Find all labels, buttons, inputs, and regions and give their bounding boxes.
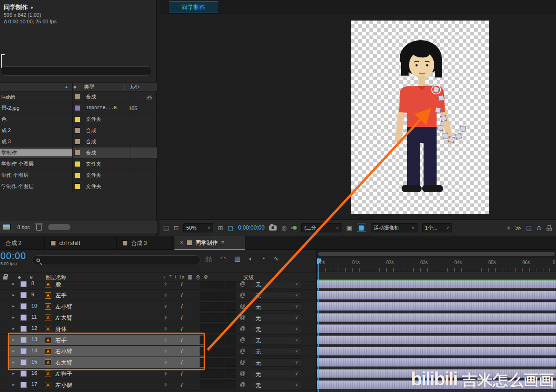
project-item-row[interactable]: 色 文件夹 (0, 114, 157, 125)
collapse-transform-icon[interactable]: ♀ (163, 348, 168, 355)
lock-icon[interactable] (3, 276, 7, 280)
label-column-icon[interactable]: ◆ (18, 275, 21, 280)
always-preview-icon[interactable]: ▤ (163, 225, 169, 231)
layer-name[interactable]: 左小腿 (56, 381, 72, 389)
auto-keyframe-icon[interactable]: ◔ (261, 255, 265, 262)
layer-name-column-header[interactable]: 图层名称 (46, 274, 66, 281)
layer-color-swatch[interactable] (21, 348, 27, 354)
parent-pickwhip-icon[interactable]: @ (240, 348, 245, 354)
layer-name[interactable]: 左大臂 (56, 314, 72, 322)
item-color-swatch[interactable] (74, 105, 80, 111)
project-item-row[interactable]: 景-2.jpg Importe...G 105 (0, 103, 157, 114)
parent-pickwhip-icon[interactable]: @ (240, 292, 245, 298)
layer-color-swatch[interactable] (21, 371, 27, 377)
expand-arrow-icon[interactable]: ► (12, 349, 15, 353)
shy-layers-icon[interactable]: ◠ (220, 255, 226, 262)
project-item-row[interactable]: l+shift 合成 品 (0, 91, 157, 103)
quality-switch-icon[interactable]: / (181, 303, 183, 310)
composition-canvas[interactable] (351, 21, 489, 214)
composition-viewer-tab[interactable]: 同学制作 (169, 1, 218, 13)
parent-dropdown[interactable]: 无∨ (252, 291, 301, 300)
collapse-transform-icon[interactable]: ♀ (163, 325, 168, 332)
layer-row[interactable]: ►11A左大臂♀/@无∨ (0, 312, 317, 323)
collapse-transform-icon[interactable]: ♀ (163, 303, 168, 310)
layer-row[interactable]: ►17A左小腿♀/@无∨ (0, 379, 317, 391)
quality-switch-icon[interactable]: / (181, 359, 183, 366)
layer-color-swatch[interactable] (21, 281, 27, 287)
project-columns-header[interactable]: ▲ ◆ 类型 | 大小 (0, 82, 157, 91)
layer-search-input[interactable] (32, 255, 201, 265)
parent-pickwhip-icon[interactable]: @ (240, 359, 245, 365)
mini-flowchart-icon[interactable]: 品 (205, 255, 212, 262)
quality-switch-icon[interactable]: / (181, 381, 183, 388)
parent-dropdown[interactable]: 无∨ (252, 358, 301, 367)
time-ruler[interactable]: 0s 01s 02s 03s 04s 05s 06s 0 (317, 258, 556, 272)
channel-color-icon[interactable] (291, 225, 297, 230)
fast-previews-icon[interactable]: ≫ (515, 225, 521, 231)
layer-switch-cells[interactable] (200, 291, 236, 300)
number-column-header[interactable]: # (30, 274, 33, 280)
layer-row-selected[interactable]: ►14A右小臂♀/@无∨ (0, 346, 317, 357)
layer-color-swatch[interactable] (21, 326, 27, 332)
parent-dropdown[interactable]: 无∨ (252, 336, 301, 344)
chevron-down-icon[interactable]: ▼ (30, 6, 34, 10)
layer-switch-cells[interactable] (200, 380, 236, 389)
graph-editor-icon[interactable]: ∿ (273, 255, 279, 262)
expand-arrow-icon[interactable]: ► (12, 383, 15, 387)
item-color-swatch[interactable] (74, 150, 80, 156)
parent-dropdown[interactable]: 无∨ (252, 370, 301, 378)
layer-name[interactable]: 左小臂 (56, 303, 72, 311)
expand-arrow-icon[interactable]: ► (12, 315, 15, 320)
layer-duration-bar[interactable] (317, 323, 556, 335)
project-item-row-selected[interactable]: 学制作 合成 (0, 147, 157, 159)
timeline-tab[interactable]: 合成 2 (0, 236, 45, 250)
close-icon[interactable]: × (180, 239, 183, 246)
project-item-row[interactable]: 学制作 个图层 文件夹 (0, 181, 157, 192)
project-item-row[interactable]: 成 2 合成 (0, 125, 157, 136)
item-color-swatch[interactable] (74, 183, 80, 189)
view-layout-dropdown[interactable]: 1个...∨ (422, 223, 452, 232)
project-item-row[interactable]: 成 3 合成 (0, 136, 157, 147)
layer-switch-cells[interactable] (200, 336, 236, 344)
grid-options-icon[interactable]: ⊞ (218, 225, 223, 231)
layer-row-selected[interactable]: ►13A右手♀/@无∨ (0, 335, 317, 346)
layer-switch-cells[interactable] (200, 324, 236, 333)
sort-ascending-icon[interactable]: ▲ (64, 84, 69, 89)
layer-duration-bar[interactable] (317, 357, 556, 368)
show-snapshot-icon[interactable]: ◎ (281, 225, 286, 231)
collapse-transform-icon[interactable]: ♀ (163, 359, 168, 366)
time-navigator[interactable] (317, 250, 556, 258)
parent-dropdown[interactable]: 无∨ (252, 381, 301, 389)
layer-color-swatch[interactable] (21, 303, 27, 309)
parent-column-header[interactable]: 父级 (243, 274, 254, 281)
quality-switch-icon[interactable]: / (181, 292, 183, 299)
layer-name[interactable]: 右小臂 (56, 348, 72, 356)
monitor-icon[interactable]: ⊡ (174, 225, 179, 231)
layer-duration-bar[interactable] (317, 301, 556, 312)
panel-menu-icon[interactable]: ≡ (221, 239, 224, 246)
reset-exposure-icon[interactable]: ⊙ (536, 225, 542, 231)
collapse-transform-icon[interactable]: ♀ (163, 370, 168, 377)
quality-switch-icon[interactable]: / (181, 314, 183, 321)
snapshot-camera-icon[interactable] (269, 225, 277, 231)
parent-dropdown[interactable]: 无∨ (252, 302, 301, 311)
layer-color-swatch[interactable] (21, 382, 27, 388)
layer-row-selected[interactable]: ►15A右大臂♀/@无∨ (0, 357, 317, 368)
region-of-interest-icon[interactable]: ▣ (346, 225, 352, 231)
item-color-swatch[interactable] (74, 172, 80, 178)
type-column-header[interactable]: 类型 (84, 84, 94, 91)
layer-name[interactable]: 身体 (56, 325, 67, 333)
parent-pickwhip-icon[interactable]: @ (240, 314, 245, 321)
item-color-swatch[interactable] (74, 94, 80, 100)
quality-switch-icon[interactable]: / (181, 280, 183, 287)
expand-arrow-icon[interactable]: ► (12, 293, 15, 297)
parent-pickwhip-icon[interactable]: @ (240, 336, 245, 343)
expand-arrow-icon[interactable]: ► (12, 371, 15, 376)
bit-depth-button[interactable]: 8 bpc (17, 224, 30, 230)
layer-switch-cells[interactable] (200, 358, 236, 367)
layer-duration-bar[interactable] (317, 312, 556, 323)
parent-pickwhip-icon[interactable]: @ (240, 325, 245, 332)
layer-switch-cells[interactable] (200, 302, 236, 311)
layer-name[interactable]: 左手 (56, 292, 67, 300)
layer-duration-bar[interactable] (317, 346, 556, 357)
